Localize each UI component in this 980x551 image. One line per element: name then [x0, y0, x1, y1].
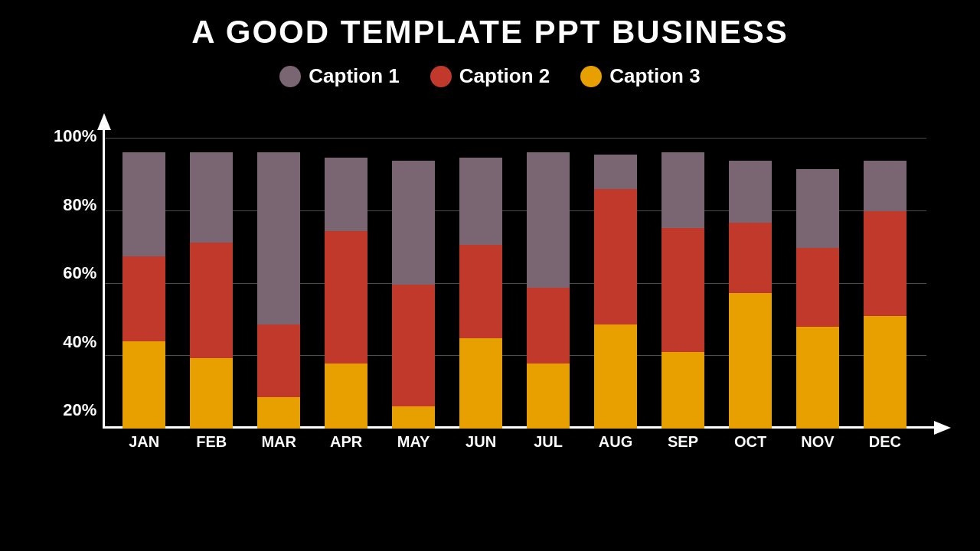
bar-c1-oct: [729, 161, 772, 223]
bar-stack-mar: [257, 152, 300, 429]
x-label-mar: MAR: [257, 433, 300, 451]
bar-c2-sep: [662, 228, 704, 352]
bar-c2-jul: [527, 288, 570, 364]
legend-item-1: Caption 1: [279, 64, 399, 88]
bar-c1-may: [392, 161, 435, 285]
bar-c3-sep: [662, 352, 704, 429]
legend-label-1: Caption 1: [309, 64, 399, 88]
bar-stack-jul: [527, 152, 570, 429]
bar-stack-sep: [662, 152, 704, 429]
chart-inner: JANFEBMARAPRMAYJUNJULAUGSEPOCTNOVDEC: [103, 138, 926, 451]
x-label-dec: DEC: [864, 433, 906, 451]
bar-c3-mar: [257, 397, 300, 429]
y-label-60: 60%: [63, 265, 96, 282]
bar-group-jun: [459, 138, 502, 429]
bar-group-mar: [257, 138, 300, 429]
bar-c2-dec: [864, 211, 906, 315]
legend-dot-3: [580, 66, 602, 87]
bar-stack-apr: [325, 158, 368, 429]
bar-group-dec: [864, 138, 906, 429]
x-label-jul: JUL: [527, 433, 570, 451]
x-label-jun: JUN: [459, 433, 502, 451]
bar-stack-nov: [796, 169, 839, 429]
bar-c3-feb: [190, 358, 233, 429]
bar-c1-jan: [122, 152, 165, 256]
x-axis-arrow: [934, 421, 951, 435]
x-label-apr: APR: [325, 433, 368, 451]
grid-and-bars: [103, 138, 926, 429]
y-axis-labels: 100% 80% 60% 40% 20%: [54, 128, 96, 419]
bar-c3-jan: [122, 341, 165, 429]
bar-group-jan: [122, 138, 165, 429]
bar-stack-jan: [122, 152, 165, 429]
bar-group-feb: [190, 138, 233, 429]
bar-c2-mar: [257, 324, 300, 398]
bar-c2-apr: [325, 231, 368, 364]
y-label-40: 40%: [63, 334, 96, 350]
legend-dot-1: [279, 66, 301, 87]
bar-stack-oct: [729, 161, 772, 429]
bar-c3-nov: [796, 327, 839, 429]
bar-c3-may: [392, 406, 435, 429]
bar-c2-nov: [796, 248, 839, 327]
bar-stack-jun: [459, 158, 502, 429]
bar-group-aug: [594, 138, 637, 429]
bar-c1-mar: [257, 152, 300, 324]
bar-c3-jun: [459, 338, 502, 429]
slide: A GOOD TEMPLATE PPT BUSINESS Caption 1 C…: [0, 0, 980, 551]
bar-c2-aug: [594, 189, 637, 324]
bar-group-nov: [796, 138, 839, 429]
chart-area: 100% 80% 60% 40% 20%: [54, 99, 926, 451]
bar-stack-feb: [190, 152, 233, 429]
bar-c2-jan: [122, 256, 165, 341]
bar-stack-dec: [864, 161, 906, 429]
x-axis-labels: JANFEBMARAPRMAYJUNJULAUGSEPOCTNOVDEC: [103, 433, 926, 451]
bar-group-sep: [662, 138, 704, 429]
legend-item-2: Caption 2: [430, 64, 550, 88]
y-label-100: 100%: [54, 128, 96, 145]
bar-group-jul: [527, 138, 570, 429]
bar-c1-jul: [527, 152, 570, 288]
bar-c3-dec: [864, 316, 906, 429]
legend-label-2: Caption 2: [459, 64, 550, 88]
x-label-feb: FEB: [190, 433, 233, 451]
chart-legend: Caption 1 Caption 2 Caption 3: [279, 64, 700, 88]
legend-label-3: Caption 3: [609, 64, 700, 88]
y-label-80: 80%: [63, 197, 96, 214]
bar-c2-jun: [459, 245, 502, 338]
bar-group-apr: [325, 138, 368, 429]
page-title: A GOOD TEMPLATE PPT BUSINESS: [191, 14, 788, 51]
bar-c3-jul: [527, 364, 570, 429]
x-label-nov: NOV: [796, 433, 839, 451]
bar-c2-feb: [190, 243, 233, 358]
y-axis-arrow: [97, 113, 111, 130]
bar-c2-may: [392, 285, 435, 406]
bar-c3-oct: [729, 293, 772, 429]
bars-container: [103, 138, 926, 429]
x-label-aug: AUG: [594, 433, 637, 451]
bar-c1-dec: [864, 161, 906, 211]
legend-item-3: Caption 3: [580, 64, 700, 88]
bar-c1-feb: [190, 152, 233, 243]
x-label-may: MAY: [392, 433, 435, 451]
bar-stack-aug: [594, 155, 637, 429]
bar-c3-apr: [325, 364, 368, 429]
bar-c3-aug: [594, 324, 637, 429]
x-label-sep: SEP: [662, 433, 704, 451]
bar-stack-may: [392, 161, 435, 429]
bar-group-may: [392, 138, 435, 429]
legend-dot-2: [430, 66, 452, 87]
bar-c1-apr: [325, 158, 368, 231]
bar-c1-aug: [594, 155, 637, 188]
bar-c1-sep: [662, 152, 704, 229]
x-label-jan: JAN: [122, 433, 165, 451]
bar-c2-oct: [729, 223, 772, 293]
bar-c1-nov: [796, 169, 839, 248]
y-label-20: 20%: [63, 402, 96, 419]
bar-group-oct: [729, 138, 772, 429]
bar-c1-jun: [459, 158, 502, 245]
x-label-oct: OCT: [729, 433, 772, 451]
